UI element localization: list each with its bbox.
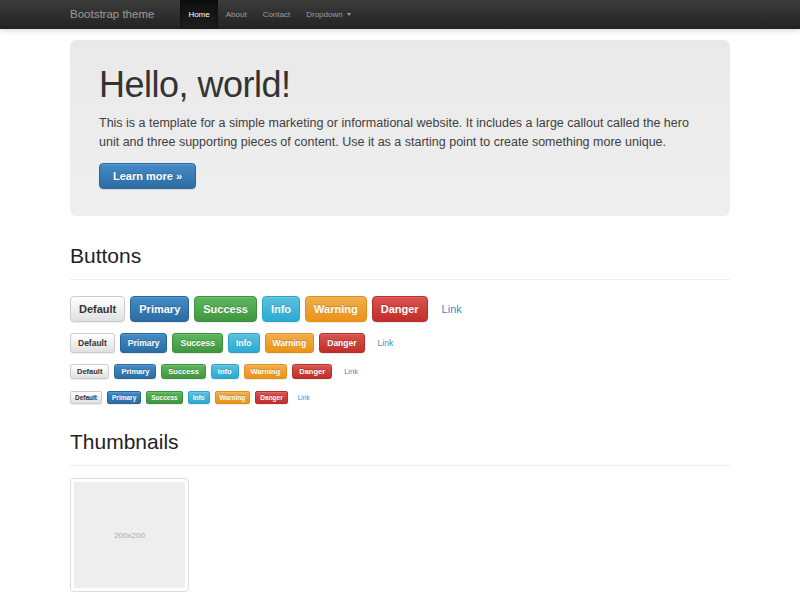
caret-down-icon (347, 13, 351, 16)
nav-item-label: About (226, 10, 247, 19)
button-row-default: DefaultPrimarySuccessInfoWarningDangerLi… (70, 333, 730, 353)
button-link-lg[interactable]: Link (433, 296, 471, 322)
button-info-lg[interactable]: Info (262, 296, 300, 322)
nav-item-about[interactable]: About (218, 0, 255, 29)
button-warning-sm[interactable]: Warning (244, 364, 288, 379)
button-info-xs[interactable]: Info (188, 391, 210, 404)
main-container: Hello, world! This is a template for a s… (70, 40, 730, 592)
nav-item-label: Dropdown (306, 10, 342, 19)
placeholder-label: 200x200 (114, 531, 145, 540)
hero-description: This is a template for a simple marketin… (99, 114, 701, 152)
button-primary-md[interactable]: Primary (120, 333, 168, 353)
nav-item-home[interactable]: Home (180, 0, 217, 29)
button-primary-sm[interactable]: Primary (114, 364, 156, 379)
button-row-large: DefaultPrimarySuccessInfoWarningDangerLi… (70, 296, 730, 322)
thumbnail[interactable]: 200x200 (70, 478, 189, 592)
button-info-sm[interactable]: Info (211, 364, 239, 379)
nav-item-dropdown[interactable]: Dropdown (298, 0, 358, 29)
nav-item-contact[interactable]: Contact (255, 0, 299, 29)
button-success-xs[interactable]: Success (146, 391, 182, 404)
thumbnails-heading: Thumbnails (70, 430, 730, 466)
nav-item-label: Contact (263, 10, 291, 19)
navbar-brand[interactable]: Bootstrap theme (70, 0, 168, 29)
button-primary-xs[interactable]: Primary (107, 391, 141, 404)
button-success-sm[interactable]: Success (161, 364, 205, 379)
hero-unit: Hello, world! This is a template for a s… (70, 40, 730, 216)
button-default-md[interactable]: Default (70, 333, 115, 353)
thumbnail-placeholder: 200x200 (74, 482, 185, 588)
button-warning-xs[interactable]: Warning (215, 391, 251, 404)
button-default-lg[interactable]: Default (70, 296, 125, 322)
navbar: Bootstrap theme HomeAboutContactDropdown (0, 0, 800, 29)
button-row-small: DefaultPrimarySuccessInfoWarningDangerLi… (70, 364, 730, 379)
navbar-inner: Bootstrap theme HomeAboutContactDropdown (70, 0, 730, 29)
button-link-xs[interactable]: Link (293, 391, 315, 404)
button-default-xs[interactable]: Default (70, 391, 102, 404)
button-info-md[interactable]: Info (228, 333, 260, 353)
button-danger-sm[interactable]: Danger (292, 364, 332, 379)
button-primary-lg[interactable]: Primary (130, 296, 189, 322)
button-default-sm[interactable]: Default (70, 364, 109, 379)
button-warning-lg[interactable]: Warning (305, 296, 367, 322)
buttons-heading: Buttons (70, 244, 730, 280)
button-danger-lg[interactable]: Danger (372, 296, 428, 322)
button-rows: DefaultPrimarySuccessInfoWarningDangerLi… (70, 296, 730, 404)
nav-item-label: Home (188, 10, 209, 19)
button-link-md[interactable]: Link (370, 333, 402, 353)
button-danger-md[interactable]: Danger (319, 333, 364, 353)
learn-more-button[interactable]: Learn more » (99, 163, 196, 189)
button-danger-xs[interactable]: Danger (255, 391, 287, 404)
button-row-extra-small: DefaultPrimarySuccessInfoWarningDangerLi… (70, 391, 730, 404)
button-warning-md[interactable]: Warning (265, 333, 315, 353)
navbar-nav: HomeAboutContactDropdown (180, 0, 358, 29)
button-success-lg[interactable]: Success (194, 296, 257, 322)
hero-title: Hello, world! (99, 66, 701, 104)
button-link-sm[interactable]: Link (337, 364, 365, 379)
button-success-md[interactable]: Success (172, 333, 223, 353)
